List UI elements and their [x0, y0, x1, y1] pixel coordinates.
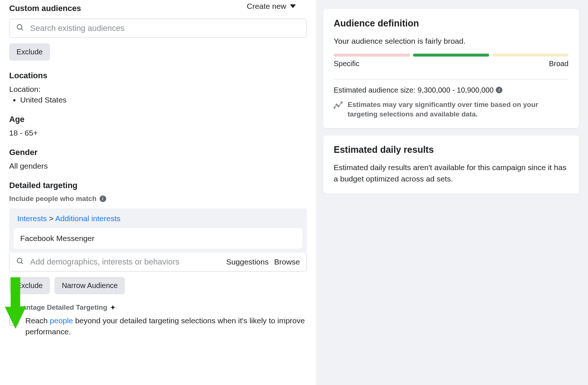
narrow-audience-button[interactable]: Narrow Audience [54, 277, 125, 294]
location-item: United States [20, 96, 307, 104]
create-new-dropdown[interactable]: Create new [247, 2, 296, 11]
info-icon[interactable]: i [100, 195, 106, 202]
breadcrumb-interests[interactable]: Interests [17, 214, 47, 223]
audience-breadth-meter [334, 54, 569, 57]
targeting-form-panel: Custom audiences Create new Exclude Loca… [0, 0, 316, 385]
browse-link[interactable]: Browse [274, 258, 300, 266]
caret-down-icon [290, 4, 296, 8]
suggestions-link[interactable]: Suggestions [226, 258, 269, 266]
custom-audiences-heading: Custom audiences [9, 4, 81, 13]
targeting-selection-box: Interests > Additional interests Faceboo… [9, 208, 307, 253]
exclude-button[interactable]: Exclude [9, 43, 50, 61]
detailed-targeting-heading: Detailed targeting [9, 181, 307, 190]
svg-marker-4 [5, 277, 26, 329]
svg-point-6 [336, 104, 337, 105]
estimated-daily-title: Estimated daily results [334, 144, 569, 155]
meter-segment-current [413, 54, 490, 57]
age-value: 18 - 65+ [9, 129, 307, 137]
audience-search-input[interactable] [30, 24, 300, 33]
svg-point-7 [338, 105, 339, 107]
audience-definition-title: Audience definition [334, 18, 569, 29]
include-match-label: Include people who match i [9, 195, 307, 203]
advantage-targeting-label: Advantage Detailed Targeting ✦ [9, 303, 307, 312]
include-match-text: Include people who match [9, 195, 97, 203]
svg-point-5 [334, 107, 335, 108]
chart-line-icon [334, 101, 343, 110]
info-icon[interactable]: i [496, 87, 502, 93]
meter-label-broad: Broad [549, 60, 569, 68]
audience-definition-subtitle: Your audience selection is fairly broad. [334, 35, 569, 47]
estimated-size-label: Estimated audience size: [334, 86, 415, 94]
targeting-search-input[interactable] [30, 257, 220, 267]
meter-segment-broad [492, 54, 569, 57]
results-panel: Audience definition Your audience select… [316, 0, 588, 385]
sparkle-icon: ✦ [110, 304, 115, 312]
breadcrumb-separator: > [49, 214, 53, 223]
estimated-daily-card: Estimated daily results Estimated daily … [323, 136, 579, 194]
search-icon [16, 257, 24, 267]
audience-definition-card: Audience definition Your audience select… [323, 9, 579, 128]
targeting-breadcrumb: Interests > Additional interests [14, 214, 302, 228]
create-new-label: Create new [247, 2, 286, 11]
divider [334, 79, 569, 79]
svg-point-2 [17, 258, 22, 263]
targeting-search-box[interactable]: Suggestions Browse [9, 253, 307, 271]
estimate-note: Estimates may vary significantly over ti… [334, 100, 569, 119]
people-link[interactable]: people [50, 316, 73, 325]
gender-heading: Gender [9, 148, 307, 157]
location-list: United States [9, 96, 307, 104]
locations-heading: Locations [9, 71, 307, 80]
advantage-text-pre: Reach [25, 316, 50, 325]
location-label: Location: [9, 85, 307, 94]
meter-label-specific: Specific [334, 60, 359, 68]
estimated-daily-body: Estimated daily results aren't available… [334, 162, 569, 185]
advantage-description: Reach people beyond your detailed target… [25, 315, 307, 338]
gender-value: All genders [9, 162, 307, 170]
interest-chip[interactable]: Facebook Messenger [14, 228, 302, 249]
svg-line-1 [21, 29, 23, 30]
meter-segment-specific [334, 54, 410, 57]
estimate-note-text: Estimates may vary significantly over ti… [348, 100, 569, 119]
search-icon [16, 24, 24, 33]
svg-point-8 [341, 102, 343, 103]
svg-line-3 [21, 262, 23, 264]
age-heading: Age [9, 115, 307, 124]
estimated-size-value: 9,300,000 - 10,900,000 [417, 86, 494, 94]
estimated-size-row: Estimated audience size: 9,300,000 - 10,… [334, 86, 569, 94]
breadcrumb-additional[interactable]: Additional interests [55, 214, 120, 223]
audience-search-box[interactable] [9, 19, 307, 38]
svg-point-0 [17, 25, 22, 29]
